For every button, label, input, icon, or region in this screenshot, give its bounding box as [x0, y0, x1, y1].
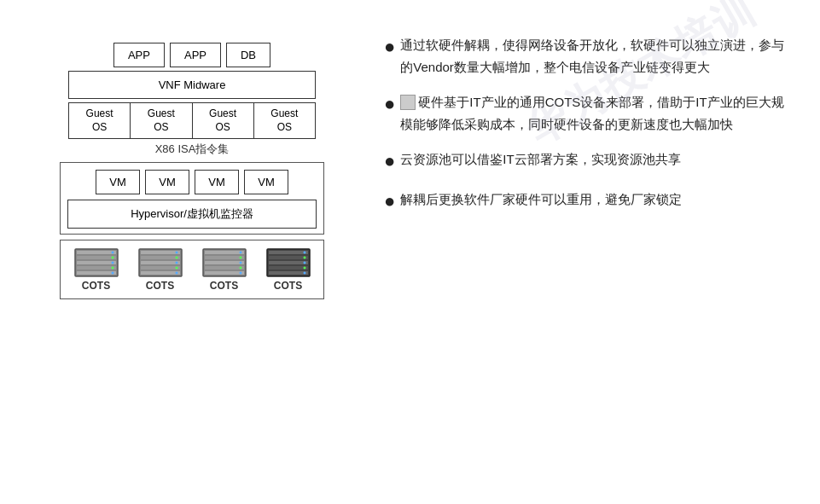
svg-rect-3 — [77, 261, 116, 264]
bullet-text-3: 云资源池可以借鉴IT云部署方案，实现资源池共享 — [400, 148, 794, 175]
guest-os-1: GuestOS — [69, 103, 131, 138]
bullet-item-1: ● 通过软硬件解耦，使得网络设备开放化，软硬件可以独立演进，参与的Vendor数… — [384, 34, 794, 78]
svg-point-41 — [303, 262, 305, 264]
architecture-diagram: APP APP DB VNF Midware GuestOS GuestOS G… — [26, 26, 358, 487]
bullet-text-1: 通过软硬件解耦，使得网络设备开放化，软硬件可以独立演进，参与的Vendor数量大… — [400, 34, 794, 78]
svg-point-42 — [303, 267, 305, 269]
cots-item-3: COTS — [201, 247, 247, 292]
bullet-item-3: ● 云资源池可以借鉴IT云部署方案，实现资源池共享 — [384, 148, 794, 175]
svg-rect-36 — [269, 261, 308, 264]
vnf-midware-box: VNF Midware — [68, 71, 316, 99]
svg-point-9 — [111, 267, 113, 269]
vm-box-4: VM — [244, 170, 288, 194]
cots-label-1: COTS — [82, 280, 110, 292]
server-icon-1 — [73, 247, 119, 278]
guest-os-2: GuestOS — [131, 103, 192, 138]
svg-rect-35 — [269, 256, 308, 259]
svg-point-43 — [303, 272, 305, 275]
svg-rect-24 — [205, 256, 244, 259]
guest-os-3: GuestOS — [193, 103, 254, 138]
svg-point-7 — [111, 257, 113, 259]
bullet-dot-2: ● — [384, 90, 395, 135]
svg-rect-1 — [77, 251, 116, 254]
svg-point-20 — [175, 267, 177, 269]
svg-point-19 — [175, 262, 177, 264]
svg-point-29 — [239, 257, 241, 259]
svg-point-21 — [175, 272, 177, 275]
bullet-item-4: ● 解耦后更换软件厂家硬件可以重用，避免厂家锁定 — [384, 188, 794, 215]
svg-point-32 — [239, 272, 241, 275]
svg-rect-15 — [141, 266, 180, 269]
img-placeholder — [400, 95, 416, 110]
vm-row: VM VM VM VM — [67, 170, 317, 194]
svg-point-30 — [239, 262, 241, 264]
guest-os-row: GuestOS GuestOS GuestOS GuestOS — [68, 102, 316, 139]
svg-point-18 — [175, 257, 177, 259]
guest-os-4: GuestOS — [254, 103, 315, 138]
svg-point-6 — [111, 252, 113, 254]
server-icon-2 — [137, 247, 183, 278]
svg-rect-4 — [77, 266, 116, 269]
cots-label-3: COTS — [210, 280, 238, 292]
svg-point-8 — [111, 262, 113, 264]
svg-rect-38 — [269, 271, 308, 275]
vm-box-3: VM — [195, 170, 239, 194]
db-box: DB — [226, 43, 270, 67]
vm-box-2: VM — [145, 170, 189, 194]
svg-rect-37 — [269, 266, 308, 269]
cots-label-2: COTS — [146, 280, 174, 292]
main-container: APP APP DB VNF Midware GuestOS GuestOS G… — [0, 0, 820, 504]
hypervisor-box: Hypervisor/虚拟机监控器 — [67, 200, 317, 229]
text-content: ● 通过软硬件解耦，使得网络设备开放化，软硬件可以独立演进，参与的Vendor数… — [384, 26, 803, 487]
vm-section: VM VM VM VM Hypervisor/虚拟机监控器 — [60, 162, 324, 235]
bullet-item-2: ● 硬件基于IT产业的通用COTS设备来部署，借助于IT产业的巨大规模能够降低采… — [384, 91, 794, 135]
bullet-text-2: 硬件基于IT产业的通用COTS设备来部署，借助于IT产业的巨大规模能够降低采购成… — [400, 91, 794, 135]
svg-point-17 — [175, 252, 177, 254]
svg-rect-13 — [141, 256, 180, 259]
svg-rect-5 — [77, 271, 116, 275]
server-icon-4 — [265, 247, 311, 278]
cots-label-4: COTS — [274, 280, 302, 292]
bullet-text-2-content: 硬件基于IT产业的通用COTS设备来部署，借助于IT产业的巨大规模能够降低采购成… — [400, 95, 783, 131]
app-box-1: APP — [113, 43, 165, 67]
vm-box-1: VM — [96, 170, 140, 194]
cots-row: COTS COTS — [60, 240, 324, 299]
svg-rect-26 — [205, 266, 244, 269]
x86-label: X86 ISA指令集 — [155, 142, 230, 157]
svg-point-31 — [239, 267, 241, 269]
bullet-dot-4: ● — [384, 187, 395, 215]
svg-rect-16 — [141, 271, 180, 275]
svg-point-10 — [111, 272, 113, 275]
svg-point-39 — [303, 252, 305, 254]
bullet-dot-1: ● — [384, 32, 395, 78]
svg-rect-25 — [205, 261, 244, 264]
app-db-row: APP APP DB — [113, 43, 270, 67]
svg-point-28 — [239, 252, 241, 254]
svg-rect-27 — [205, 271, 244, 275]
svg-rect-2 — [77, 256, 116, 259]
svg-rect-34 — [269, 251, 308, 254]
svg-point-40 — [303, 257, 305, 259]
cots-item-1: COTS — [73, 247, 119, 292]
svg-rect-23 — [205, 251, 244, 254]
app-box-2: APP — [170, 43, 221, 67]
server-icon-3 — [201, 247, 247, 278]
cots-item-4: COTS — [265, 247, 311, 292]
bullet-text-4: 解耦后更换软件厂家硬件可以重用，避免厂家锁定 — [400, 188, 794, 215]
svg-rect-14 — [141, 261, 180, 264]
bullet-dot-3: ● — [384, 147, 395, 175]
svg-rect-12 — [141, 251, 180, 254]
cots-item-2: COTS — [137, 247, 183, 292]
